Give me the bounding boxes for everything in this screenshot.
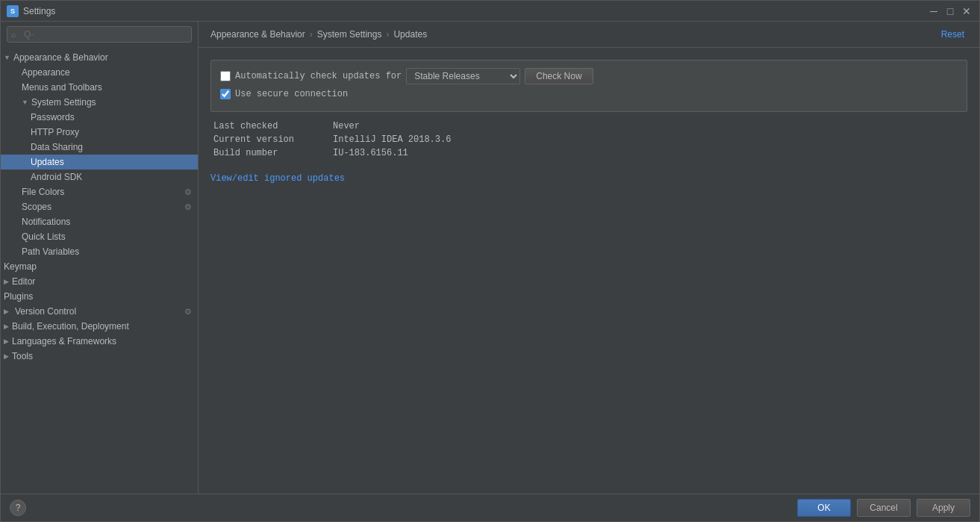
minimize-button[interactable]: ─ bbox=[927, 4, 940, 18]
sidebar-item-notifications[interactable]: Notifications bbox=[1, 214, 198, 229]
sidebar-item-keymap[interactable]: Keymap bbox=[1, 259, 198, 274]
build-number-key: Build number bbox=[213, 148, 333, 158]
search-box: ⌕ bbox=[7, 26, 192, 43]
app-icon: S bbox=[7, 5, 19, 17]
updates-panel: Automatically check updates for Stable R… bbox=[210, 60, 967, 112]
chevron-down-icon: ▼ bbox=[22, 99, 28, 106]
help-button[interactable]: ? bbox=[10, 500, 26, 516]
footer-left: ? bbox=[10, 500, 26, 516]
content-header: Appearance & Behavior › System Settings … bbox=[199, 22, 979, 48]
breadcrumb-part-2: System Settings bbox=[317, 29, 382, 40]
sidebar-item-updates[interactable]: Updates bbox=[1, 155, 198, 170]
footer: ? OK Cancel Apply bbox=[1, 494, 979, 521]
sidebar-item-system-settings[interactable]: ▼ System Settings bbox=[1, 95, 198, 110]
check-now-button[interactable]: Check Now bbox=[525, 68, 593, 84]
version-control-icon: ⚙ bbox=[184, 307, 192, 317]
footer-right: OK Cancel Apply bbox=[797, 499, 970, 517]
breadcrumb-sep-1: › bbox=[310, 29, 313, 40]
breadcrumb-part-3: Updates bbox=[393, 29, 427, 40]
chevron-right-icon: ▶ bbox=[4, 308, 9, 315]
chevron-down-icon: ▼ bbox=[4, 54, 10, 61]
sidebar-item-quick-lists[interactable]: Quick Lists bbox=[1, 229, 198, 244]
sidebar: ⌕ ▼ Appearance & Behavior Appearance Men… bbox=[1, 22, 199, 494]
sidebar-item-appearance[interactable]: Appearance bbox=[1, 65, 198, 80]
window-title: Settings bbox=[23, 6, 927, 16]
apply-button[interactable]: Apply bbox=[917, 499, 970, 517]
file-colors-icon: ⚙ bbox=[184, 187, 192, 197]
sidebar-item-data-sharing[interactable]: Data Sharing bbox=[1, 140, 198, 155]
info-table: Last checked Never Current version Intel… bbox=[210, 121, 967, 158]
breadcrumb: Appearance & Behavior › System Settings … bbox=[210, 29, 427, 40]
title-bar: S Settings ─ □ ✕ bbox=[1, 1, 979, 22]
sidebar-item-build-execution-deployment[interactable]: ▶ Build, Execution, Deployment bbox=[1, 319, 198, 334]
sidebar-item-file-colors[interactable]: File Colors ⚙ bbox=[1, 184, 198, 199]
sidebar-item-editor[interactable]: ▶ Editor bbox=[1, 274, 198, 289]
auto-check-checkbox[interactable] bbox=[220, 71, 231, 81]
window-controls: ─ □ ✕ bbox=[927, 4, 973, 18]
chevron-right-icon: ▶ bbox=[4, 338, 9, 345]
chevron-right-icon: ▶ bbox=[4, 352, 9, 360]
sidebar-item-menus-toolbars[interactable]: Menus and Toolbars bbox=[1, 80, 198, 95]
info-row-build-number: Build number IU-183.6156.11 bbox=[213, 148, 967, 158]
maximize-button[interactable]: □ bbox=[943, 4, 957, 18]
sidebar-item-path-variables[interactable]: Path Variables bbox=[1, 244, 198, 259]
view-ignored-link[interactable]: View/edit ignored updates bbox=[210, 173, 345, 184]
sidebar-item-tools[interactable]: ▶ Tools bbox=[1, 349, 198, 364]
secure-connection-row: Use secure connection bbox=[220, 89, 958, 99]
last-checked-val: Never bbox=[333, 121, 360, 131]
current-version-key: Current version bbox=[213, 134, 333, 145]
sidebar-item-version-control[interactable]: ▶ Version Control ⚙ bbox=[1, 304, 198, 319]
use-secure-label: Use secure connection bbox=[235, 89, 348, 99]
sidebar-item-plugins[interactable]: Plugins bbox=[1, 289, 198, 304]
sidebar-item-languages-frameworks[interactable]: ▶ Languages & Frameworks bbox=[1, 334, 198, 349]
auto-check-label: Automatically check updates for bbox=[235, 71, 402, 81]
content-area: Appearance & Behavior › System Settings … bbox=[199, 22, 979, 494]
sidebar-item-appearance-behavior[interactable]: ▼ Appearance & Behavior bbox=[1, 50, 198, 65]
channel-select[interactable]: Stable Releases Early Access Program Bet… bbox=[406, 68, 520, 84]
info-row-last-checked: Last checked Never bbox=[213, 121, 967, 131]
info-row-current-version: Current version IntelliJ IDEA 2018.3.6 bbox=[213, 134, 967, 145]
cancel-button[interactable]: Cancel bbox=[857, 499, 911, 517]
search-input[interactable] bbox=[7, 26, 192, 43]
nav-tree: ▼ Appearance & Behavior Appearance Menus… bbox=[1, 47, 198, 494]
settings-window: S Settings ─ □ ✕ ⌕ ▼ Appearance & Behavi… bbox=[0, 0, 980, 522]
search-icon: ⌕ bbox=[11, 30, 16, 39]
breadcrumb-part-1: Appearance & Behavior bbox=[210, 29, 305, 40]
main-layout: ⌕ ▼ Appearance & Behavior Appearance Men… bbox=[1, 22, 979, 494]
close-button[interactable]: ✕ bbox=[960, 4, 973, 18]
reset-button[interactable]: Reset bbox=[938, 28, 967, 41]
ok-button[interactable]: OK bbox=[797, 499, 851, 517]
use-secure-checkbox[interactable] bbox=[220, 89, 231, 99]
content-body: Automatically check updates for Stable R… bbox=[199, 48, 979, 494]
chevron-right-icon: ▶ bbox=[4, 278, 9, 285]
last-checked-key: Last checked bbox=[213, 121, 333, 131]
build-number-val: IU-183.6156.11 bbox=[333, 148, 408, 158]
sidebar-item-http-proxy[interactable]: HTTP Proxy bbox=[1, 125, 198, 140]
breadcrumb-sep-2: › bbox=[386, 29, 389, 40]
current-version-val: IntelliJ IDEA 2018.3.6 bbox=[333, 134, 451, 145]
scopes-icon: ⚙ bbox=[184, 202, 192, 212]
chevron-right-icon: ▶ bbox=[4, 323, 9, 330]
sidebar-item-scopes[interactable]: Scopes ⚙ bbox=[1, 199, 198, 214]
sidebar-item-android-sdk[interactable]: Android SDK bbox=[1, 170, 198, 184]
auto-check-row: Automatically check updates for Stable R… bbox=[220, 68, 958, 84]
sidebar-item-passwords[interactable]: Passwords bbox=[1, 110, 198, 125]
